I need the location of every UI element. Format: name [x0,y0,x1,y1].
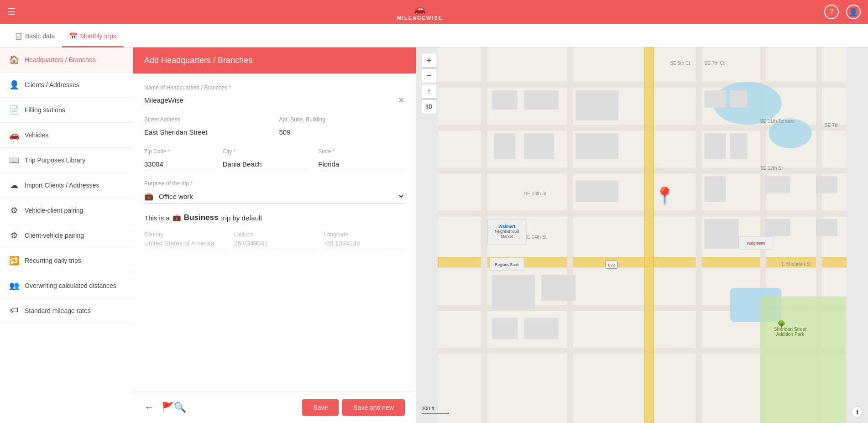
scale-label: 300 ft [422,406,434,411]
svg-text:🌳: 🌳 [777,320,786,328]
svg-rect-47 [816,219,837,236]
sidebar-item-clients[interactable]: 👤 Clients / Addresses [0,73,133,98]
person-icon: 👤 [9,80,19,90]
basic-data-label: Basic data [25,32,55,40]
svg-text:Regions Bank: Regions Bank [495,262,519,267]
cloud-icon: ☁ [9,180,19,190]
svg-text:822: 822 [608,262,615,267]
sidebar: 🏠 Headquarters / Branches 👤 Clients / Ad… [0,47,133,423]
svg-rect-1 [438,82,846,88]
svg-text:Neighborhood: Neighborhood [495,229,519,234]
sidebar-item-vehicle-client[interactable]: ⚙ Vehicle-client pairing [0,198,133,223]
tab-basic-data[interactable]: 📋 Basic data [7,26,62,47]
back-button[interactable]: ← [144,402,154,413]
sidebar-item-import-clients[interactable]: ☁ Import Clients / Addresses [0,173,133,198]
svg-rect-48 [492,275,535,309]
street-input[interactable] [144,125,270,139]
form-header: Add Headquarters / Branches [133,47,416,73]
svg-rect-39 [730,90,748,108]
top-nav: ☰ 🚗 MILEAGEWISE ? 👤 [0,0,868,24]
state-input[interactable] [318,157,405,171]
svg-rect-51 [524,318,558,339]
form-body: Name of Headquarters / Branches * ✕ Stre… [133,73,416,392]
name-clear-button[interactable]: ✕ [398,95,405,105]
latitude-group: Latitude 26.0349041 [234,231,315,249]
monthly-trips-label: Monthly trips [80,32,116,40]
footer-btn-group: Save Save and new [302,399,405,416]
svg-text:SE 7th Ct: SE 7th Ct [704,61,724,66]
map-info-button[interactable]: ℹ [852,407,863,418]
rotate-button[interactable]: ↑ [422,84,436,99]
save-new-button[interactable]: Save and new [342,399,405,416]
svg-rect-34 [524,133,554,159]
main-layout: 🏠 Headquarters / Branches 👤 Clients / Ad… [0,47,868,423]
flag-search-button[interactable]: 🚩🔍 [162,402,186,413]
country-value: United States of America [144,240,225,249]
book-icon: 📖 [9,155,19,165]
name-input-wrapper: ✕ [144,94,405,107]
svg-rect-33 [494,133,516,159]
svg-text:SE 14th St: SE 14th St [524,235,547,240]
name-input[interactable] [144,94,405,107]
sidebar-label-vehicle-client: Vehicle-client pairing [25,207,83,214]
svg-rect-35 [575,90,618,120]
svg-text:SE 7th: SE 7th [825,123,839,128]
sidebar-item-headquarters[interactable]: 🏠 Headquarters / Branches [0,47,133,73]
sidebar-label-vehicles: Vehicles [25,131,48,139]
svg-rect-32 [524,90,558,110]
sidebar-label-overwriting: Overwriting calculated distances [25,282,116,289]
sidebar-label-headquarters: Headquarters / Branches [25,56,96,63]
zip-input[interactable] [144,157,214,171]
menu-icon[interactable]: ☰ [7,6,16,17]
svg-rect-46 [816,176,837,193]
monthly-trips-icon: 📅 [69,32,77,40]
svg-rect-31 [492,90,518,110]
sidebar-item-mileage-rates[interactable]: 🏷 Standard mileage rates [0,298,133,323]
svg-rect-9 [481,47,487,423]
user-button[interactable]: 👤 [846,5,861,19]
coord-row: Country United States of America Latitud… [144,231,405,249]
svg-rect-43 [704,219,738,249]
address-row: Street Address Apt, Suite, Building [144,116,405,148]
gear2-icon: ⚙ [9,230,19,240]
city-state-row: Zip Code * City * State * [144,148,405,180]
apt-input[interactable] [279,125,405,139]
apt-label: Apt, Suite, Building [279,116,405,123]
sidebar-item-client-vehicle[interactable]: ⚙ Client-vehicle pairing [0,223,133,248]
latitude-label: Latitude [234,231,315,238]
save-button[interactable]: Save [302,399,339,416]
purpose-select-wrapper: 💼 Office work Business meeting Customer … [144,189,405,204]
zoom-in-button[interactable]: + [422,53,436,68]
sidebar-item-recurring-trips[interactable]: 🔁 Recurring daily trips [0,248,133,273]
business-note-bold: Business [184,213,219,222]
svg-rect-4 [438,210,846,216]
sidebar-item-vehicles[interactable]: 🚗 Vehicles [0,123,133,148]
svg-rect-41 [730,133,748,159]
3d-button[interactable]: 3D [422,99,436,114]
svg-rect-11 [644,47,654,423]
form-title: Add Headquarters / Branches [144,56,252,65]
sidebar-label-trip-purposes: Trip Purposes Library [25,157,85,164]
map-scale: 300 ft [422,406,449,414]
form-footer: ← 🚩🔍 Save Save and new [133,392,416,423]
sidebar-item-trip-purposes[interactable]: 📖 Trip Purposes Library [0,148,133,173]
sidebar-item-filling-stations[interactable]: 📄 Filling stations [0,98,133,123]
content-area: Add Headquarters / Branches Name of Head… [133,47,868,423]
zoom-out-button[interactable]: − [422,68,436,83]
sidebar-label-filling: Filling stations [25,106,65,114]
city-input[interactable] [223,157,309,171]
sidebar-item-overwriting[interactable]: 👥 Overwriting calculated distances [0,273,133,298]
longitude-value: -80.1334138 [324,240,405,249]
help-button[interactable]: ? [824,5,839,19]
home-icon: 🏠 [9,55,19,65]
sidebar-label-recurring: Recurring daily trips [25,257,81,264]
tab-monthly-trips[interactable]: 📅 Monthly trips [62,26,123,47]
tag-icon: 🏷 [9,306,19,315]
name-label: Name of Headquarters / Branches * [144,84,405,91]
map-location-pin: 📍 [654,186,675,205]
svg-rect-42 [704,176,726,202]
state-group: State * [318,148,405,171]
purpose-select[interactable]: Office work Business meeting Customer vi… [157,192,405,201]
form-panel: Add Headquarters / Branches Name of Head… [133,47,416,423]
svg-rect-50 [492,318,518,339]
